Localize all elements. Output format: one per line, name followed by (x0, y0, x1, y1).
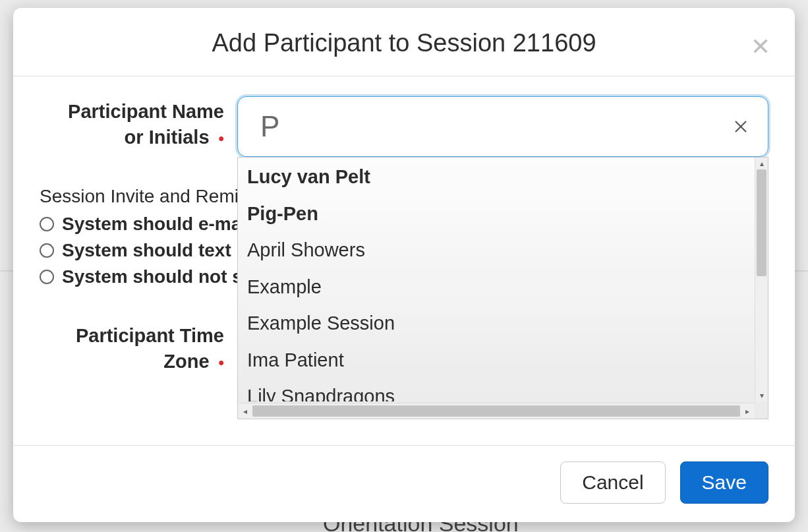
participant-name-row: Participant Name or Initials • Lucy van … (40, 96, 768, 157)
clear-icon (733, 119, 749, 134)
modal-backdrop: Orientation Session Add Participant to S… (0, 0, 808, 532)
clear-input-button[interactable] (732, 117, 750, 136)
cancel-button[interactable]: Cancel (560, 461, 665, 504)
autocomplete-option[interactable]: April Showers (238, 231, 755, 268)
autocomplete-option[interactable]: Example Session (238, 304, 755, 341)
radio-icon (40, 217, 54, 231)
close-button[interactable] (749, 34, 772, 58)
scroll-thumb[interactable] (757, 169, 766, 276)
modal-header: Add Participant to Session 211609 (13, 8, 795, 76)
scroll-up-icon[interactable]: ▴ (755, 158, 768, 169)
scroll-down-icon[interactable]: ▾ (755, 390, 768, 401)
autocomplete-option[interactable]: Lily Snapdragons (238, 377, 755, 401)
autocomplete-option[interactable]: Pig-Pen (238, 194, 755, 231)
autocomplete-list: Lucy van PeltPig-PenApril ShowersExample… (238, 158, 755, 401)
reminder-option-label: System should e-ma (62, 214, 241, 235)
required-indicator-icon: • (215, 129, 224, 147)
autocomplete-dropdown: Lucy van PeltPig-PenApril ShowersExample… (237, 157, 768, 419)
add-participant-modal: Add Participant to Session 211609 Partic… (13, 8, 795, 522)
timezone-label-line1: Participant Time (76, 325, 224, 346)
autocomplete-option[interactable]: Lucy van Pelt (238, 158, 755, 194)
modal-title: Add Participant to Session 211609 (40, 29, 768, 57)
dropdown-vertical-scrollbar[interactable]: ▴ ▾ (755, 158, 768, 401)
scroll-left-icon[interactable]: ◂ (238, 403, 252, 419)
modal-body: Participant Name or Initials • Lucy van … (13, 76, 795, 446)
autocomplete-option[interactable]: Ima Patient (238, 341, 755, 378)
modal-footer: Cancel Save (13, 446, 795, 522)
required-indicator-icon: • (215, 353, 224, 371)
save-button[interactable]: Save (680, 461, 768, 504)
timezone-label: Participant Time Zone • (40, 320, 237, 374)
participant-name-label-line1: Participant Name (68, 101, 224, 122)
scroll-right-icon[interactable]: ▸ (740, 403, 755, 419)
radio-icon (40, 270, 54, 284)
close-icon (751, 37, 770, 55)
hscroll-track[interactable] (252, 405, 740, 417)
reminder-option-label: System should not s (62, 266, 243, 287)
radio-icon (40, 243, 54, 258)
participant-name-label-line2: or Initials (125, 127, 210, 148)
timezone-label-line2: Zone (163, 351, 209, 372)
participant-name-label: Participant Name or Initials • (40, 96, 237, 157)
participant-search-input[interactable] (237, 96, 768, 157)
reminder-option-label: System should text r (62, 240, 243, 261)
autocomplete-option[interactable]: Example (238, 268, 755, 305)
dropdown-horizontal-scrollbar[interactable]: ◂ ▸ (238, 403, 755, 419)
participant-search-wrap: Lucy van PeltPig-PenApril ShowersExample… (237, 96, 768, 157)
